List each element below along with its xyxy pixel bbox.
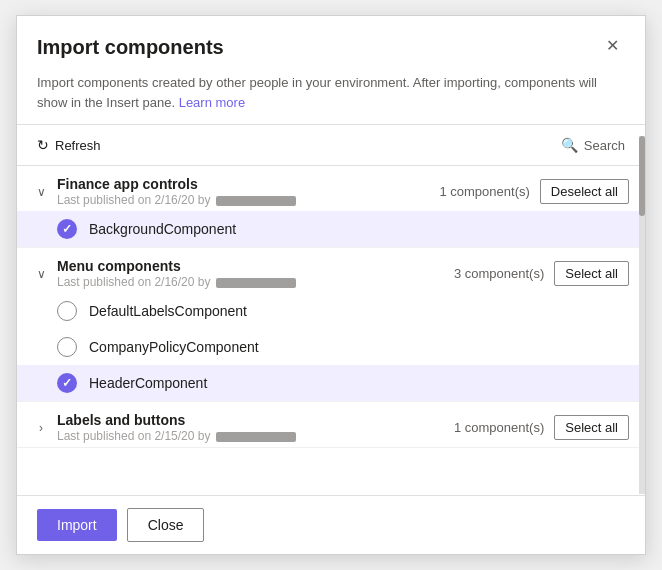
group-labels-info: Labels and buttons Last published on 2/1… [57,412,446,443]
refresh-icon: ↻ [37,137,49,153]
checkbox-checked-header [57,373,77,393]
group-labels-author [216,432,296,442]
toolbar: ↻ Refresh 🔍 Search [17,124,645,166]
group-finance-header: ∨ Finance app controls Last published on… [17,166,645,211]
chevron-down-icon[interactable]: ∨ [33,185,49,199]
group-labels-count: 1 component(s) [454,420,544,435]
group-finance-meta: Last published on 2/16/20 by [57,193,431,207]
group-labels: › Labels and buttons Last published on 2… [17,402,645,448]
dialog-title: Import components [37,36,224,59]
group-menu-name: Menu components [57,258,446,274]
group-labels-meta: Last published on 2/15/20 by [57,429,446,443]
scrollbar-track [639,136,645,494]
checkbox-checked-background [57,219,77,239]
group-menu-info: Menu components Last published on 2/16/2… [57,258,446,289]
deselect-all-button-finance[interactable]: Deselect all [540,179,629,204]
group-finance-author [216,196,296,206]
group-labels-header: › Labels and buttons Last published on 2… [17,402,645,447]
group-finance: ∨ Finance app controls Last published on… [17,166,645,248]
group-finance-name: Finance app controls [57,176,431,192]
group-menu-count: 3 component(s) [454,266,544,281]
import-button[interactable]: Import [37,509,117,541]
group-finance-count: 1 component(s) [439,184,529,199]
dialog-header: Import components ✕ [17,16,645,69]
group-menu-actions: 3 component(s) Select all [454,261,629,286]
scrollbar-thumb[interactable] [639,136,645,216]
group-finance-info: Finance app controls Last published on 2… [57,176,431,207]
refresh-button[interactable]: ↻ Refresh [37,133,101,157]
close-footer-button[interactable]: Close [127,508,205,542]
group-labels-name: Labels and buttons [57,412,446,428]
component-item-background[interactable]: BackgroundComponent [17,211,645,247]
group-labels-actions: 1 component(s) Select all [454,415,629,440]
dialog-description: Import components created by other peopl… [17,69,645,124]
select-all-button-labels[interactable]: Select all [554,415,629,440]
component-companypolicy-label: CompanyPolicyComponent [89,339,259,355]
group-menu: ∨ Menu components Last published on 2/16… [17,248,645,402]
component-background-label: BackgroundComponent [89,221,236,237]
import-components-dialog: Import components ✕ Import components cr… [16,15,646,555]
component-item-companypolicy[interactable]: CompanyPolicyComponent [17,329,645,365]
group-menu-author [216,278,296,288]
chevron-right-icon-labels[interactable]: › [33,421,49,435]
radio-companypolicy [57,337,77,357]
component-header-label: HeaderComponent [89,375,207,391]
dialog-footer: Import Close [17,495,645,554]
component-defaultlabels-label: DefaultLabelsComponent [89,303,247,319]
group-finance-actions: 1 component(s) Deselect all [439,179,629,204]
group-menu-header: ∨ Menu components Last published on 2/16… [17,248,645,293]
close-icon-button[interactable]: ✕ [600,36,625,56]
learn-more-link[interactable]: Learn more [179,95,245,110]
search-area: 🔍 Search [561,137,625,153]
select-all-button-menu[interactable]: Select all [554,261,629,286]
refresh-label: Refresh [55,138,101,153]
radio-defaultlabels [57,301,77,321]
chevron-down-icon-menu[interactable]: ∨ [33,267,49,281]
search-icon: 🔍 [561,137,578,153]
component-item-header[interactable]: HeaderComponent [17,365,645,401]
groups-list: ∨ Finance app controls Last published on… [17,166,645,495]
component-item-defaultlabels[interactable]: DefaultLabelsComponent [17,293,645,329]
search-label: Search [584,138,625,153]
group-menu-meta: Last published on 2/16/20 by [57,275,446,289]
